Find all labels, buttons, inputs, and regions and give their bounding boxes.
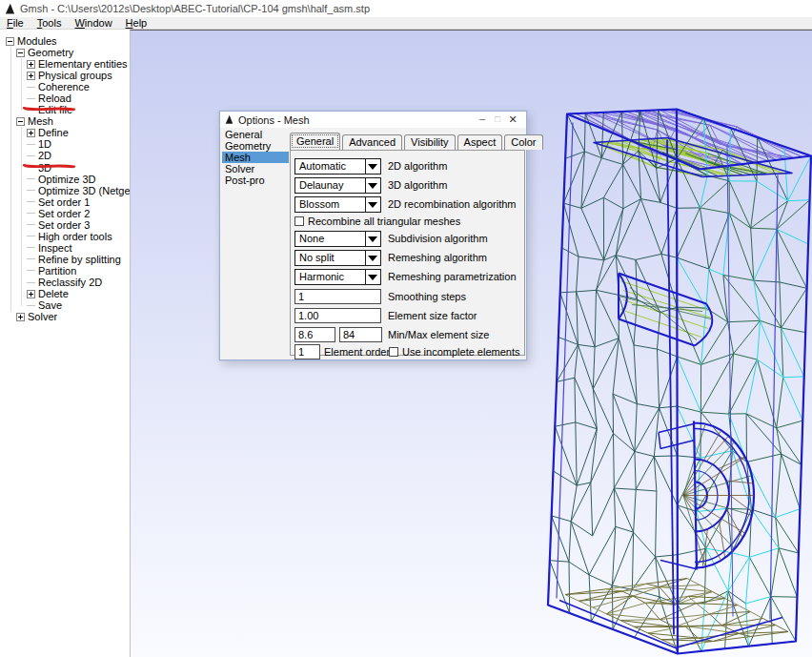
menu-tools[interactable]: Tools xyxy=(30,17,69,29)
tree-item-set-order-3[interactable]: Set order 3 xyxy=(0,219,130,231)
tree-connector-line xyxy=(27,144,35,145)
tree-item-label: 3D xyxy=(38,162,51,174)
tab-visibility[interactable]: Visibility xyxy=(404,134,456,150)
tree-item-label: Reclassify 2D xyxy=(38,277,102,288)
tree-item-label: Edit file xyxy=(38,104,72,115)
gmsh-logo-icon xyxy=(5,3,15,15)
dropdown-arrow-icon[interactable] xyxy=(365,232,380,246)
category-solver[interactable]: Solver xyxy=(222,163,289,175)
combo-subdivision-algorithm[interactable]: None xyxy=(294,231,381,247)
collapse-toggle-icon[interactable] xyxy=(6,37,14,46)
option-row-2d-recombination-algorithm: Blossom2D recombination algorithm xyxy=(291,196,524,213)
tree-item-label: Solver xyxy=(28,311,57,322)
menu-window[interactable]: Window xyxy=(68,17,118,29)
tree-item-mesh[interactable]: Mesh xyxy=(0,115,130,127)
dropdown-arrow-icon[interactable] xyxy=(365,251,380,265)
checkbox-recombine-all-triangular-meshes[interactable] xyxy=(294,216,304,226)
expand-toggle-icon[interactable] xyxy=(27,72,35,80)
tree-connector-line xyxy=(27,167,35,168)
tab-color[interactable]: Color xyxy=(504,134,542,150)
tree-item-label: Coherence xyxy=(38,81,90,92)
label-remeshing-algorithm: Remeshing algorithm xyxy=(388,250,487,266)
label-element-order: Element order xyxy=(324,344,390,360)
module-tree: ModulesGeometryElementary entitiesPhysic… xyxy=(0,35,130,322)
tree-item-solver[interactable]: Solver xyxy=(0,311,130,322)
tree-item-label: Geometry xyxy=(28,47,73,58)
tree-item-define[interactable]: Define xyxy=(0,127,130,138)
dropdown-arrow-icon[interactable] xyxy=(365,197,380,212)
tree-connector-line xyxy=(27,201,35,202)
label-2d-recombination-algorithm: 2D recombination algorithm xyxy=(388,196,517,213)
tab-aspect[interactable]: Aspect xyxy=(457,134,503,150)
tree-item-coherence[interactable]: Coherence xyxy=(0,81,130,92)
input-element-order[interactable] xyxy=(294,344,320,359)
tree-item-edit-file[interactable]: Edit file xyxy=(0,104,130,115)
tree-item-1d[interactable]: 1D xyxy=(0,138,130,150)
dropdown-arrow-icon[interactable] xyxy=(365,159,380,174)
tree-item-geometry[interactable]: Geometry xyxy=(0,47,130,58)
tree-item-label: Partition xyxy=(38,265,76,277)
input-min-element-size[interactable] xyxy=(294,327,335,342)
tree-item-partition[interactable]: Partition xyxy=(0,265,130,277)
label-element-size-factor: Element size factor xyxy=(388,308,477,324)
tree-item-save[interactable]: Save xyxy=(0,299,130,311)
tree-item-label: Set order 3 xyxy=(38,219,90,231)
dialog-title-bar[interactable]: Options - Mesh –□✕ xyxy=(220,112,526,128)
tree-item-reload[interactable]: Reload xyxy=(0,92,130,104)
expand-toggle-icon[interactable] xyxy=(27,60,35,69)
tree-connector-line xyxy=(27,155,35,156)
tree-item-label: Mesh xyxy=(28,115,53,127)
expand-toggle-icon[interactable] xyxy=(16,313,25,321)
expand-toggle-icon[interactable] xyxy=(27,129,35,137)
expand-toggle-icon[interactable] xyxy=(27,290,35,298)
minimize-button[interactable]: – xyxy=(475,113,490,126)
combo-2d-algorithm[interactable]: Automatic xyxy=(294,158,381,175)
tree-connector-line xyxy=(27,224,35,225)
tree-item-physical-groups[interactable]: Physical groups xyxy=(0,70,130,81)
collapse-toggle-icon[interactable] xyxy=(16,117,25,126)
tree-item-reclassify-2d[interactable]: Reclassify 2D xyxy=(0,277,130,288)
category-mesh[interactable]: Mesh xyxy=(222,152,289,163)
tree-item-high-order-tools[interactable]: High order tools xyxy=(0,231,130,242)
tree-item-inspect[interactable]: Inspect xyxy=(0,242,130,254)
category-geometry[interactable]: Geometry xyxy=(222,140,289,152)
combo-2d-recombination-algorithm[interactable]: Blossom xyxy=(294,196,381,213)
tree-item-optimize-3d-netgen[interactable]: Optimize 3D (Netgen) xyxy=(0,185,130,196)
label-min-max-element-size: Min/Max element size xyxy=(388,327,489,343)
dropdown-arrow-icon[interactable] xyxy=(365,178,380,193)
tree-item-elementary-entities[interactable]: Elementary entities xyxy=(0,58,130,70)
combo-remeshing-parametrization[interactable]: Harmonic xyxy=(294,269,381,285)
tree-item-delete[interactable]: Delete xyxy=(0,288,130,299)
tree-item-label: Delete xyxy=(38,288,69,299)
tree-item-3d[interactable]: 3D xyxy=(0,162,130,174)
input-smoothing-steps[interactable] xyxy=(294,289,381,304)
tree-item-optimize-3d[interactable]: Optimize 3D xyxy=(0,174,130,185)
tree-item-set-order-2[interactable]: Set order 2 xyxy=(0,208,130,219)
tree-item-modules[interactable]: Modules xyxy=(0,35,130,47)
tree-item-label: Modules xyxy=(17,35,57,47)
options-tab-bar: GeneralAdvancedVisibilityAspectColor xyxy=(290,133,545,150)
checkbox-use-incomplete-elements[interactable] xyxy=(389,347,398,357)
input-element-size-factor[interactable] xyxy=(294,308,381,323)
tree-item-label: Define xyxy=(38,127,69,138)
tab-general[interactable]: General xyxy=(290,133,340,150)
tree-item-label: High order tools xyxy=(38,231,112,242)
label-remeshing-parametrization: Remeshing parametrization xyxy=(388,269,517,285)
tree-item-set-order-1[interactable]: Set order 1 xyxy=(0,196,130,208)
category-general[interactable]: General xyxy=(222,129,289,140)
category-post-pro[interactable]: Post-pro xyxy=(222,175,289,186)
input-max-element-size[interactable] xyxy=(339,327,382,342)
tab-advanced[interactable]: Advanced xyxy=(342,134,402,150)
tree-item-refine-by-splitting[interactable]: Refine by splitting xyxy=(0,254,130,265)
dropdown-arrow-icon[interactable] xyxy=(365,270,380,284)
maximize-button[interactable]: □ xyxy=(490,113,505,126)
collapse-toggle-icon[interactable] xyxy=(16,49,25,57)
combo-3d-algorithm[interactable]: Delaunay xyxy=(294,177,381,194)
close-button[interactable]: ✕ xyxy=(505,113,520,126)
tree-item-2d[interactable]: 2D xyxy=(0,150,130,161)
menu-help[interactable]: Help xyxy=(119,17,154,29)
label-smoothing-steps: Smoothing steps xyxy=(388,289,466,305)
tree-connector-line xyxy=(27,247,35,248)
menu-file[interactable]: File xyxy=(0,17,30,29)
combo-remeshing-algorithm[interactable]: No split xyxy=(294,250,381,266)
